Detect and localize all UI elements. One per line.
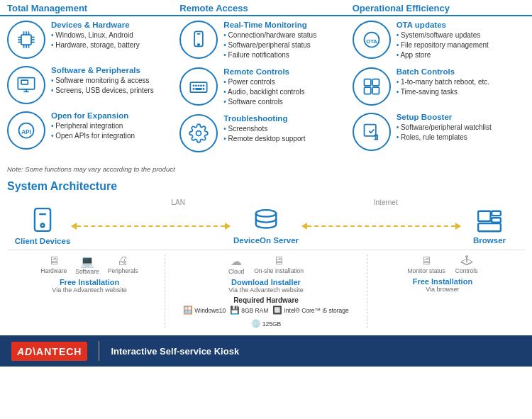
peripherals-label: Peripherals — [108, 267, 138, 274]
header-col1: Total Management — [7, 3, 179, 13]
software-label: Software — [75, 268, 99, 275]
svg-rect-38 — [372, 87, 379, 94]
arch-detail-row: 🖥 Hardware 💻 Software 🖨 Peripherals Free… — [7, 250, 525, 328]
feature-setup-booster-list: Software/peripheral watchlist Roles, rul… — [397, 123, 492, 143]
hardware-label: Hardware — [40, 267, 67, 274]
svg-point-22 — [198, 44, 199, 45]
list-item: Audio, backlight controls — [223, 87, 304, 97]
hw-items-row: 🪟 Windows10 💾 8GB RAM 🔲 Intel® Core™ i5 … — [168, 306, 364, 328]
list-item: Failure notifications — [223, 50, 316, 60]
feature-devices-hardware-list: Windows, Linux, Android Hardware, storag… — [51, 30, 140, 50]
storage-label: 125GB — [262, 320, 281, 328]
batch-icon — [353, 67, 391, 106]
feature-devices-hardware-title: Devices & Hardware — [51, 21, 140, 29]
feature-ota-updates: OTA OTA updates System/software updates … — [353, 21, 525, 60]
arrow-right-head — [225, 223, 231, 230]
phone-icon — [179, 21, 218, 59]
internet-label: Internet — [282, 199, 490, 206]
client-icon-hardware: 🖥 Hardware — [40, 255, 67, 275]
advantech-logo: AD\ANTECH — [11, 342, 87, 361]
list-item: Connection/hardware status — [223, 30, 316, 40]
feature-ota-updates-title: OTA updates — [397, 21, 489, 29]
list-item: Peripheral integration — [51, 121, 135, 131]
storage-icon: 💿 — [251, 319, 261, 328]
gear-icon — [179, 114, 218, 152]
cpu-icon: 🔲 — [272, 306, 282, 315]
hw-storage: 💿 125GB — [251, 319, 281, 328]
client-install-sub: Via the Advantech website — [52, 286, 126, 294]
feature-devices-hardware-text: Devices & Hardware Windows, Linux, Andro… — [51, 21, 140, 50]
svg-rect-45 — [478, 211, 490, 220]
browser-sub: 🖥 Monitor status 🕹 Controls Free Install… — [367, 255, 518, 328]
server-icon-onsite: 🖥 On-site installation — [254, 255, 304, 275]
list-item: Roles, rule templates — [397, 133, 492, 143]
dashed-line — [77, 225, 225, 227]
list-item: Power controls — [223, 77, 304, 87]
browser-node: Browser — [461, 208, 518, 245]
browser-icon — [476, 208, 503, 236]
footer: AD\ANTECH Interactive Self-service Kiosk — [0, 335, 532, 367]
arrow-right-head2 — [455, 223, 461, 230]
svg-rect-36 — [372, 79, 379, 86]
cloud-label: Cloud — [228, 268, 244, 275]
list-item: System/software updates — [397, 30, 489, 40]
svg-point-43 — [41, 224, 45, 228]
feature-setup-booster-title: Setup Booster — [397, 113, 492, 121]
browser-icon-monitor: 🖥 Monitor status — [407, 255, 445, 274]
feature-batch-controls: Batch Controls 1-to-many batch reboot, e… — [353, 67, 525, 106]
list-item: App store — [397, 50, 489, 60]
client-devices-label: Client Devices — [15, 237, 71, 245]
feature-remote-controls-text: Remote Controls Power controls Audio, ba… — [223, 67, 304, 107]
arch-main-row: Client Devices DeviceOn Server — [7, 206, 525, 245]
windows-icon: 🪟 — [183, 306, 193, 315]
feature-software-peripherals: Software & Peripherals Software monitori… — [7, 66, 179, 104]
hw-windows: 🪟 Windows10 — [183, 306, 226, 315]
feature-software-peripherals-text: Software & Peripherals Software monitori… — [51, 66, 154, 96]
arch-title: System Architecture — [7, 180, 525, 193]
browser-install-sub: Via browser — [426, 286, 459, 293]
feature-remote-controls: Remote Controls Power controls Audio, ba… — [179, 67, 352, 107]
feature-ota-updates-list: System/software updates File repository … — [397, 30, 489, 60]
feature-software-peripherals-title: Software & Peripherals — [51, 66, 154, 74]
list-item: Hardware, storage, battery — [51, 40, 140, 50]
cpu-label: Intel® Core™ i5 storage — [284, 307, 348, 314]
cloud-icon: ☁ — [231, 255, 242, 268]
arch-section: System Architecture LAN Internet Client … — [0, 176, 532, 331]
server-label: DeviceOn Server — [233, 236, 299, 245]
hardware-icon: 🖥 — [48, 255, 60, 267]
svg-rect-23 — [191, 82, 207, 92]
features-col2: Real-Time Monitoring Connection/hardware… — [179, 21, 352, 160]
server-node: DeviceOn Server — [231, 208, 301, 245]
setup-icon — [353, 113, 391, 151]
browser-icon-controls: 🕹 Controls — [455, 255, 478, 274]
section-headers: Total Management Remote Access Operation… — [0, 0, 532, 16]
features-col1: Devices & Hardware Windows, Linux, Andro… — [7, 21, 179, 160]
dashed-line2 — [307, 225, 455, 227]
feature-open-expansion-text: Open for Expansion Peripheral integratio… — [51, 111, 135, 141]
feature-batch-controls-title: Batch Controls — [397, 67, 489, 76]
list-item: Screens, USB devices, printers — [51, 86, 154, 96]
feature-troubleshooting: Troubleshooting Screenshots Remote deskt… — [179, 114, 352, 152]
feature-open-expansion-list: Peripheral integration Open APIs for int… — [51, 121, 135, 141]
browser-label: Browser — [473, 236, 506, 245]
header-col2: Remote Access — [179, 3, 352, 13]
controls-icon: 🕹 — [461, 255, 472, 267]
feature-software-peripherals-list: Software monitoring & access Screens, US… — [51, 76, 154, 96]
footer-title: Interactive Self-service Kiosk — [111, 346, 239, 357]
server-sub: ☁ Cloud 🖥 On-site installation Download … — [165, 255, 367, 328]
internet-arrow — [301, 223, 461, 230]
monitor-status-label: Monitor status — [407, 267, 445, 274]
client-devices-node: Client Devices — [14, 206, 71, 245]
feature-batch-controls-list: 1-to-many batch reboot, etc. Time-saving… — [397, 77, 489, 97]
browser-install-label: Free Installation — [413, 277, 472, 286]
monitor-icon — [7, 66, 45, 104]
feature-realtime-monitoring-text: Real-Time Monitoring Connection/hardware… — [223, 21, 316, 60]
feature-setup-booster: Setup Booster Software/peripheral watchl… — [353, 113, 525, 151]
server-icons-row: ☁ Cloud 🖥 On-site installation — [228, 255, 304, 275]
list-item: Screenshots — [223, 124, 305, 134]
hw-cpu: 🔲 Intel® Core™ i5 storage — [272, 306, 348, 315]
ram-icon: 💾 — [230, 306, 240, 315]
svg-point-44 — [256, 210, 277, 217]
server-install-label: Download Installer — [231, 278, 301, 286]
controls-label: Controls — [455, 267, 478, 274]
